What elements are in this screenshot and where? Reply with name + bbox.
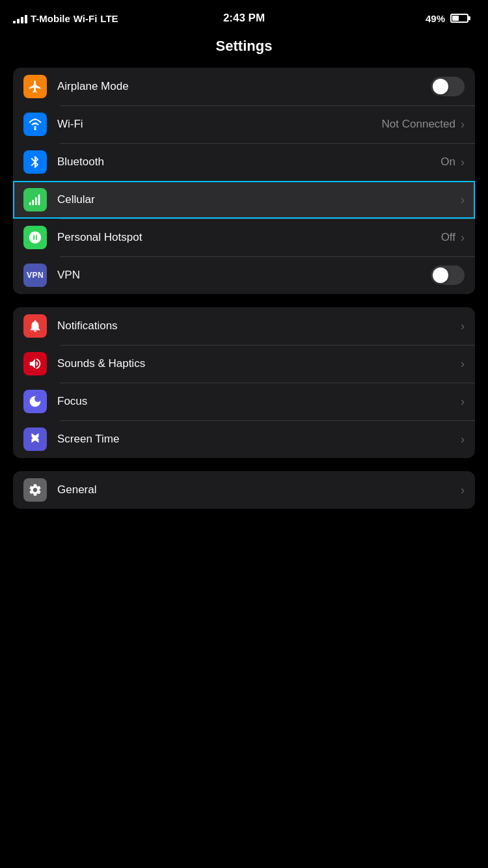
page-title: Settings bbox=[0, 33, 488, 68]
signal-icon bbox=[13, 13, 27, 23]
vpn-toggle[interactable] bbox=[431, 265, 465, 285]
cellular-row[interactable]: Cellular › bbox=[13, 181, 475, 219]
svg-rect-3 bbox=[38, 195, 40, 206]
bluetooth-icon bbox=[23, 150, 47, 174]
general-label: General bbox=[57, 483, 461, 496]
battery-icon bbox=[450, 14, 468, 23]
notifications-chevron: › bbox=[461, 319, 465, 333]
sounds-row[interactable]: Sounds & Haptics › bbox=[13, 345, 475, 383]
hotspot-row[interactable]: Personal Hotspot Off › bbox=[13, 219, 475, 256]
network-type-label: LTE bbox=[100, 13, 118, 24]
cellular-chevron: › bbox=[461, 193, 465, 207]
cellular-icon bbox=[23, 188, 47, 211]
system-group: General › bbox=[13, 471, 475, 509]
general-row[interactable]: General › bbox=[13, 471, 475, 509]
svg-rect-1 bbox=[32, 200, 34, 205]
status-right: 49% bbox=[426, 13, 468, 24]
general-icon bbox=[23, 478, 47, 502]
bluetooth-label: Bluetooth bbox=[57, 156, 441, 169]
wifi-chevron: › bbox=[461, 118, 465, 131]
sounds-icon bbox=[23, 352, 47, 375]
screentime-label: Screen Time bbox=[57, 433, 461, 446]
hotspot-icon bbox=[23, 226, 47, 249]
airplane-mode-toggle[interactable] bbox=[431, 77, 465, 96]
status-bar: T-Mobile Wi-Fi LTE 2:43 PM 49% bbox=[0, 0, 488, 33]
connectivity-group: Airplane Mode Wi-Fi Not Connected › Blue… bbox=[13, 68, 475, 294]
airplane-mode-icon bbox=[23, 75, 47, 98]
focus-icon bbox=[23, 390, 47, 413]
general-chevron: › bbox=[461, 483, 465, 497]
vpn-row[interactable]: VPN VPN bbox=[13, 256, 475, 294]
cellular-label: Cellular bbox=[57, 193, 461, 206]
airplane-mode-label: Airplane Mode bbox=[57, 80, 431, 93]
svg-rect-2 bbox=[35, 197, 37, 205]
wifi-label: Wi-Fi bbox=[57, 118, 382, 131]
alerts-group: Notifications › Sounds & Haptics › Focus… bbox=[13, 307, 475, 458]
vpn-icon: VPN bbox=[23, 264, 47, 287]
notifications-icon bbox=[23, 314, 47, 338]
focus-chevron: › bbox=[461, 395, 465, 409]
wifi-icon bbox=[23, 113, 47, 136]
notifications-label: Notifications bbox=[57, 319, 461, 332]
hotspot-label: Personal Hotspot bbox=[57, 231, 441, 244]
bluetooth-value: On bbox=[441, 156, 455, 169]
vpn-label: VPN bbox=[57, 269, 431, 282]
screentime-row[interactable]: Screen Time › bbox=[13, 420, 475, 458]
status-left: T-Mobile Wi-Fi LTE bbox=[13, 13, 118, 24]
notifications-row[interactable]: Notifications › bbox=[13, 307, 475, 345]
screentime-chevron: › bbox=[461, 433, 465, 446]
screentime-icon bbox=[23, 427, 47, 451]
wifi-row[interactable]: Wi-Fi Not Connected › bbox=[13, 105, 475, 143]
hotspot-value: Off bbox=[441, 231, 455, 244]
svg-rect-0 bbox=[29, 202, 31, 206]
battery-percent: 49% bbox=[426, 13, 445, 24]
sounds-label: Sounds & Haptics bbox=[57, 357, 461, 370]
airplane-mode-row[interactable]: Airplane Mode bbox=[13, 68, 475, 105]
bluetooth-row[interactable]: Bluetooth On › bbox=[13, 143, 475, 181]
focus-row[interactable]: Focus › bbox=[13, 383, 475, 420]
status-time: 2:43 PM bbox=[223, 12, 265, 25]
focus-label: Focus bbox=[57, 395, 461, 408]
wifi-value: Not Connected bbox=[382, 118, 455, 131]
sounds-chevron: › bbox=[461, 357, 465, 371]
bluetooth-chevron: › bbox=[461, 156, 465, 169]
hotspot-chevron: › bbox=[461, 231, 465, 245]
carrier-label: T-Mobile bbox=[31, 13, 70, 24]
network-label: Wi-Fi bbox=[74, 13, 98, 24]
